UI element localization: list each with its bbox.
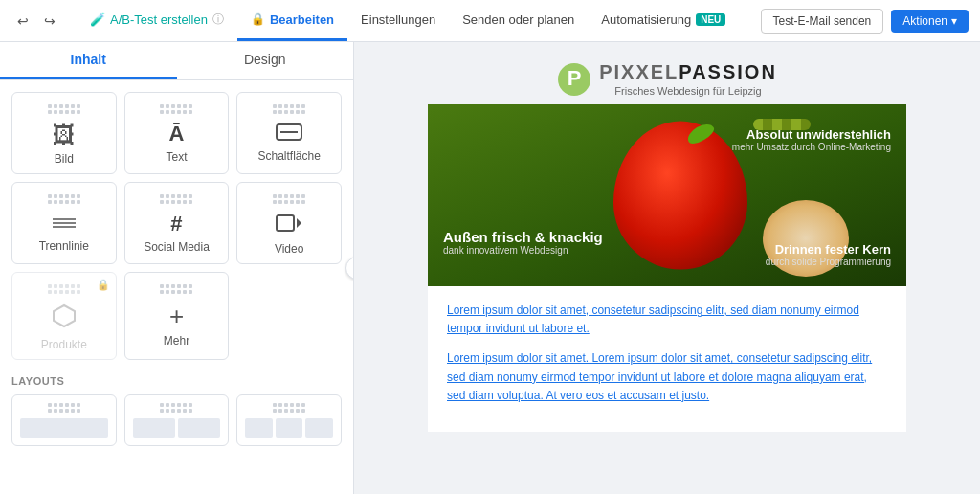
layout-2col[interactable] [124, 394, 230, 446]
brand-pixxel: PIXXEL [599, 61, 679, 82]
lock-icon: 🔒 [97, 279, 110, 291]
top-navigation: ↩ ↪ 🧪 A/B-Test erstellen ⓘ 🔒 Bearbeiten … [0, 0, 980, 42]
undo-redo-group: ↩ ↪ [11, 10, 61, 33]
hero-right2-headline: Drinnen fester Kern [766, 242, 891, 257]
info-icon: ⓘ [212, 11, 224, 28]
blocks-grid: 🖼 Bild Ā Text [11, 92, 342, 360]
brand-name-text: PIXXELPASSION Frisches Webdesign für Lei… [599, 61, 777, 97]
email-text-section: Lorem ipsum dolor sit amet, consetetur s… [428, 286, 906, 432]
brand-header: P PIXXELPASSION Frisches Webdesign für L… [428, 61, 906, 97]
block-social-label: Social Media [144, 240, 210, 254]
brand-tagline: Frisches Webdesign für Leipzig [599, 85, 777, 97]
block-social-media[interactable]: # Social Media [124, 182, 230, 264]
tab-design[interactable]: Design [177, 42, 354, 79]
drag-handle [273, 104, 305, 114]
drag-handle [160, 284, 192, 294]
block-trennlinie-label: Trennlinie [39, 239, 89, 253]
tab-inhalt[interactable]: Inhalt [0, 42, 177, 79]
image-icon: 🖼 [53, 124, 76, 146]
email-preview-area: P PIXXELPASSION Frisches Webdesign für L… [354, 42, 980, 494]
drag-handle [160, 403, 192, 413]
hero-right2-subline: durch solide Programmierung [766, 257, 891, 267]
svg-text:P: P [568, 66, 582, 90]
email-hero-image: Außen frisch & knackig dank innovativem … [428, 104, 906, 286]
brand-logo: P PIXXELPASSION Frisches Webdesign für L… [428, 61, 906, 97]
social-media-icon: # [170, 213, 182, 235]
nav-right-actions: Test-E-Mail senden Aktionen ▾ [761, 9, 969, 34]
drag-handle [273, 194, 305, 204]
block-schaltflaeche[interactable]: Schaltfläche [236, 92, 342, 174]
hero-left-headline: Außen frisch & knackig [443, 229, 603, 245]
hero-text-right2: Drinnen fester Kern durch solide Program… [766, 242, 891, 267]
drag-handle [48, 194, 80, 204]
svg-rect-5 [277, 215, 294, 231]
tab-einstellungen[interactable]: Einstellungen [347, 0, 449, 41]
main-layout: Inhalt Design « 🖼 Bild [0, 42, 980, 494]
flask-icon: 🧪 [90, 12, 105, 27]
test-email-button[interactable]: Test-E-Mail senden [761, 9, 884, 34]
text-icon: Ā [169, 124, 185, 145]
tab-ab-test[interactable]: 🧪 A/B-Test erstellen ⓘ [77, 0, 237, 41]
layout-1col[interactable] [11, 394, 117, 446]
drag-handle [48, 403, 80, 413]
sidebar-tabs: Inhalt Design [0, 42, 353, 80]
hero-right-subline: mehr Umsatz durch Online-Marketing [732, 142, 891, 152]
tab-automatisierung[interactable]: Automatisierung NEU [588, 0, 739, 41]
divider-icon [51, 213, 78, 234]
drag-handle [273, 403, 305, 413]
email-container: P PIXXELPASSION Frisches Webdesign für L… [428, 61, 906, 432]
email-paragraph-2: Lorem ipsum dolor sit amet. Lorem ipsum … [447, 349, 887, 405]
aktionen-button[interactable]: Aktionen ▾ [891, 10, 969, 33]
block-produkte[interactable]: 🔒 Produkte [11, 272, 117, 360]
block-bild[interactable]: 🖼 Bild [11, 92, 117, 174]
hero-left-subline: dank innovativem Webdesign [443, 245, 603, 256]
button-icon [276, 124, 302, 144]
brand-p-icon: P [557, 62, 591, 97]
hero-right-headline: Absolut unwiderstehlich [732, 127, 891, 142]
nav-tabs: 🧪 A/B-Test erstellen ⓘ 🔒 Bearbeiten Eins… [77, 0, 761, 41]
block-video[interactable]: Video [236, 182, 342, 264]
drag-handle [160, 194, 192, 204]
lock-icon: 🔒 [251, 12, 265, 26]
block-mehr[interactable]: + Mehr [124, 272, 230, 360]
undo-button[interactable]: ↩ [11, 10, 34, 33]
layout-3col[interactable] [236, 394, 342, 446]
block-mehr-label: Mehr [164, 334, 189, 348]
sidebar: Inhalt Design « 🖼 Bild [0, 42, 354, 494]
brand-passion: PASSION [679, 61, 777, 82]
svg-marker-6 [297, 218, 301, 228]
products-icon [52, 303, 77, 332]
chevron-down-icon: ▾ [951, 14, 957, 28]
email-paragraph-1: Lorem ipsum dolor sit amet, consetetur s… [447, 302, 887, 338]
block-schaltflaeche-label: Schaltfläche [257, 149, 320, 163]
tab-bearbeiten[interactable]: 🔒 Bearbeiten [237, 0, 347, 41]
svg-marker-7 [54, 305, 75, 326]
layouts-grid [11, 394, 342, 446]
block-produkte-label: Produkte [41, 338, 87, 351]
hero-text-right: Absolut unwiderstehlich mehr Umsatz durc… [732, 127, 891, 152]
block-video-label: Video [275, 242, 303, 256]
drag-handle [48, 104, 80, 114]
block-trennlinie[interactable]: Trennlinie [11, 182, 117, 264]
sidebar-content: 🖼 Bild Ā Text [0, 80, 353, 494]
block-text[interactable]: Ā Text [124, 92, 230, 174]
drag-handle [160, 104, 192, 114]
email-body: Außen frisch & knackig dank innovativem … [428, 104, 906, 432]
redo-button[interactable]: ↪ [38, 10, 61, 33]
block-bild-label: Bild [55, 152, 74, 166]
hero-text-left: Außen frisch & knackig dank innovativem … [443, 229, 603, 256]
more-icon: + [169, 303, 184, 328]
block-text-label: Text [166, 150, 187, 164]
layouts-section-label: LAYOUTS [11, 375, 342, 387]
tab-senden[interactable]: Senden oder planen [449, 0, 588, 41]
new-badge: NEU [696, 13, 725, 26]
video-icon [276, 213, 302, 236]
drag-handle [48, 284, 80, 294]
